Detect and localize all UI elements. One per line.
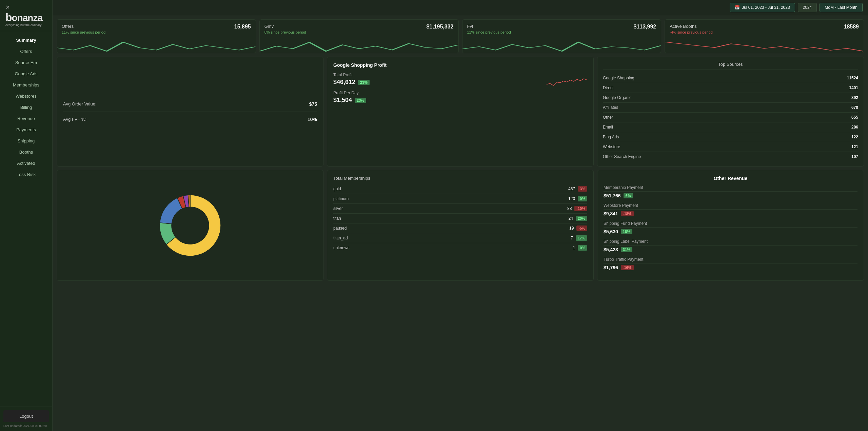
mem-value: 19	[569, 226, 574, 231]
or-value: $9,841	[604, 211, 618, 216]
main-content: 📅 Jul 01, 2023 - Jul 31, 2023 2024 MoM -…	[53, 0, 868, 431]
source-value: 670	[851, 105, 858, 110]
or-section-value: $9,841 -18%	[604, 211, 857, 216]
sidebar-item-memberships[interactable]: Memberships	[0, 79, 52, 91]
stat-card-title: Offers	[62, 24, 251, 29]
membership-row: paused 19 -5%	[333, 223, 587, 233]
stat-card-fvf: Fvf $113,992 11% since previous period	[462, 19, 662, 53]
mem-badge: 0%	[578, 245, 587, 251]
source-value: 655	[851, 115, 858, 120]
mem-badge: 17%	[576, 235, 587, 241]
source-row: Google Shopping 11524	[603, 73, 858, 83]
close-icon[interactable]: ✕	[5, 4, 47, 11]
sidebar-item-source-em[interactable]: Source Em	[0, 57, 52, 68]
membership-row: titan_ad 7 17%	[333, 233, 587, 243]
source-name: Email	[603, 125, 613, 130]
mem-name: platinum	[333, 196, 568, 201]
membership-row: unknown 1 0%	[333, 243, 587, 253]
avg-order-row: Avg Order Value: $75	[63, 97, 317, 112]
sidebar-item-payments[interactable]: Payments	[0, 124, 52, 135]
mem-badge: -5%	[576, 226, 587, 231]
logo: bonanza	[5, 12, 47, 23]
mem-name: titan_ad	[333, 236, 571, 240]
sidebar-item-google-ads[interactable]: Google Ads	[0, 68, 52, 79]
year-button[interactable]: 2024	[798, 3, 817, 12]
mem-value: 7	[571, 236, 573, 240]
other-revenue-section: Webstore Payment $9,841 -18%	[604, 203, 857, 216]
header: 📅 Jul 01, 2023 - Jul 31, 2023 2024 MoM -…	[53, 0, 868, 15]
sidebar-item-summary[interactable]: Summary	[0, 35, 52, 46]
other-revenue-section: Shipping Label Payment $5,423 31%	[604, 239, 857, 252]
source-value: 1401	[849, 85, 858, 90]
memberships-table-title: Total Memberships	[333, 176, 587, 181]
or-value: $5,630	[604, 229, 618, 234]
sources-list: Google Shopping 11524 Direct 1401 Google…	[603, 73, 858, 161]
memberships-rows: gold 467 3% platinum 120 0% silver 88 -1…	[333, 184, 587, 253]
date-range-button[interactable]: 📅 Jul 01, 2023 - Jul 31, 2023	[730, 3, 795, 12]
top-sources-card: Top Sources Google Shopping 11524 Direct…	[597, 57, 864, 166]
sparkline	[462, 39, 661, 53]
gsp-title: Google Shopping Profit	[333, 62, 587, 68]
membership-row: titan 24 20%	[333, 214, 587, 223]
total-profit-label: Total Profit	[333, 73, 540, 77]
source-row: Other 655	[603, 113, 858, 122]
stat-card-sub: 8% since previous period	[264, 30, 454, 34]
mem-value: 88	[567, 206, 572, 211]
avg-order-value: $75	[309, 101, 317, 107]
source-name: Direct	[603, 85, 613, 90]
avg-order-label: Avg Order Value:	[63, 101, 97, 106]
mem-name: silver	[333, 206, 567, 211]
stat-card-value: 18589	[844, 24, 859, 30]
or-section-value: $51,766 6%	[604, 193, 857, 198]
or-section-value: $1,796 -16%	[604, 265, 857, 270]
source-value: 286	[851, 125, 858, 130]
avg-fvf-value: 10%	[308, 117, 317, 122]
mem-name: paused	[333, 226, 569, 231]
mem-badge: 0%	[578, 196, 587, 201]
year-label: 2024	[803, 5, 812, 10]
source-name: Other Search Engine	[603, 154, 641, 159]
source-name: Other	[603, 115, 613, 120]
source-value: 107	[851, 154, 858, 159]
source-name: Bing Ads	[603, 135, 619, 139]
calendar-icon: 📅	[735, 5, 740, 10]
stat-card-title: Fvf	[467, 24, 656, 29]
dashboard: Offers 15,895 11% since previous period …	[53, 15, 868, 285]
sidebar-item-offers[interactable]: Offers	[0, 46, 52, 57]
stat-card-title: Active Booths	[670, 24, 859, 29]
logout-button[interactable]: Logout	[3, 410, 49, 422]
or-section-title: Shipping Label Payment	[604, 239, 857, 244]
mem-name: gold	[333, 187, 568, 191]
stat-card-value: $113,992	[634, 24, 656, 30]
avg-fvf-row: Avg FVF %: 10%	[63, 112, 317, 127]
other-revenue-sections: Membership Payment $51,766 6% Webstore P…	[604, 185, 857, 270]
or-badge: 31%	[621, 247, 632, 252]
sparkline	[665, 39, 864, 53]
sidebar-item-billing[interactable]: Billing	[0, 102, 52, 113]
sidebar-item-loss-risk[interactable]: Loss Risk	[0, 169, 52, 180]
stat-card-sub: -4% since previous period	[670, 30, 859, 34]
sidebar-item-shipping[interactable]: Shipping	[0, 135, 52, 146]
donut-segment-unknown	[190, 195, 190, 207]
sidebar-item-booths[interactable]: Booths	[0, 146, 52, 158]
sidebar: ✕ bonanza everything but the ordinary Su…	[0, 0, 53, 431]
or-section-title: Shipping Fund Payment	[604, 221, 857, 226]
other-revenue-section: Shipping Fund Payment $5,630 18%	[604, 221, 857, 234]
memberships-donut-card	[57, 170, 323, 281]
stat-card-gmv: Gmv $1,195,332 8% since previous period	[259, 19, 459, 53]
sidebar-item-webstores[interactable]: Webstores	[0, 91, 52, 102]
bottom-row: Total Memberships gold 467 3% platinum 1…	[57, 170, 864, 281]
or-badge: 18%	[621, 229, 632, 234]
stat-card-sub: 11% since previous period	[467, 30, 656, 34]
source-name: Google Organic	[603, 95, 631, 100]
stat-card-title: Gmv	[264, 24, 454, 29]
sidebar-item-revenue[interactable]: Revenue	[0, 113, 52, 124]
other-revenue-title: Other Revenue	[604, 176, 857, 181]
or-badge: -18%	[621, 211, 634, 216]
period-button[interactable]: MoM - Last Month	[820, 3, 863, 12]
profit-per-day-badge: 23%	[355, 98, 366, 103]
profit-per-day-value: $1,504 23%	[333, 97, 540, 104]
mem-value: 1	[573, 246, 575, 250]
sidebar-item-activated[interactable]: Activated	[0, 158, 52, 169]
mem-value: 467	[568, 187, 575, 191]
